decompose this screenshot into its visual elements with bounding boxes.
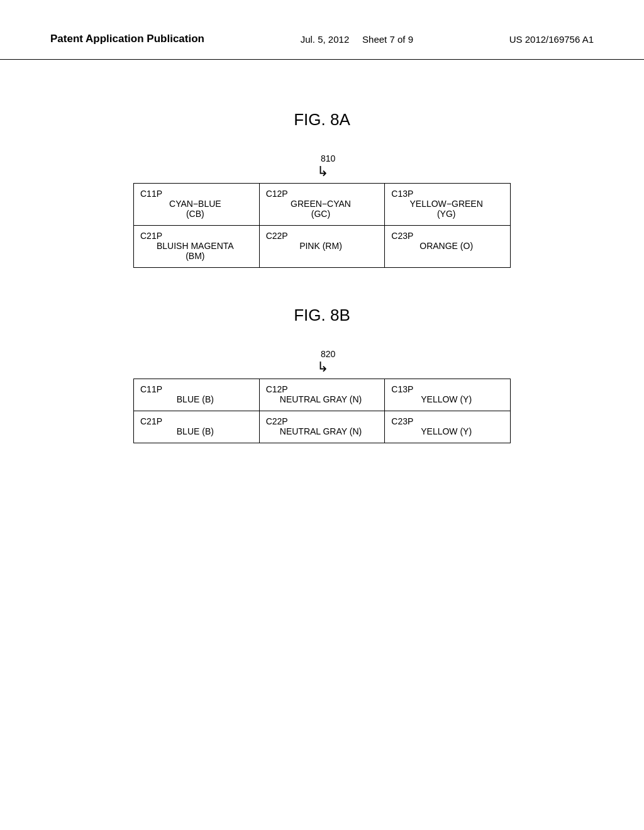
header-publication-label: Patent Application Publication bbox=[50, 31, 204, 47]
table-row: C11P BLUE (B) C12P NEUTRAL GRAY (N) C13P… bbox=[134, 379, 511, 411]
header-sheet: Sheet 7 of 9 bbox=[362, 34, 413, 45]
header-date-sheet: Jul. 5, 2012 Sheet 7 of 9 bbox=[301, 31, 413, 45]
fig8a-cell-c12p: C12P GREEN−CYAN(GC) bbox=[259, 183, 385, 225]
fig8b-cell-c13p: C13P YELLOW (Y) bbox=[385, 379, 511, 411]
table-row: C21P BLUE (B) C22P NEUTRAL GRAY (N) C23P… bbox=[134, 411, 511, 443]
fig8b-title: FIG. 8B bbox=[63, 306, 581, 325]
fig8a-section: FIG. 8A 810 ↳ C11P CYAN−BLUE(CB) bbox=[63, 110, 581, 268]
content-area: FIG. 8A 810 ↳ C11P CYAN−BLUE(CB) bbox=[0, 60, 644, 506]
fig8a-cell-c22p: C22P PINK (RM) bbox=[259, 225, 385, 267]
page: Patent Application Publication Jul. 5, 2… bbox=[0, 0, 644, 830]
header: Patent Application Publication Jul. 5, 2… bbox=[0, 0, 644, 60]
fig8b-table-wrapper: C11P BLUE (B) C12P NEUTRAL GRAY (N) C13P… bbox=[63, 379, 581, 443]
fig8b-ref-pointer: 820 ↳ bbox=[63, 344, 581, 375]
fig8a-table: C11P CYAN−BLUE(CB) C12P GREEN−CYAN(GC) C… bbox=[133, 183, 511, 268]
header-patent-number: US 2012/169756 A1 bbox=[509, 31, 594, 45]
fig8b-table: C11P BLUE (B) C12P NEUTRAL GRAY (N) C13P… bbox=[133, 379, 511, 443]
header-date: Jul. 5, 2012 bbox=[301, 34, 350, 45]
fig8a-cell-c23p: C23P ORANGE (O) bbox=[385, 225, 511, 267]
fig8b-cell-c23p: C23P YELLOW (Y) bbox=[385, 411, 511, 443]
fig8b-ref-label: 820 ↳ bbox=[316, 349, 328, 375]
fig8a-cell-c21p: C21P BLUISH MAGENTA(BM) bbox=[134, 225, 260, 267]
fig8b-arrow-icon: ↳ bbox=[316, 359, 328, 375]
fig8b-cell-c21p: C21P BLUE (B) bbox=[134, 411, 260, 443]
table-row: C11P CYAN−BLUE(CB) C12P GREEN−CYAN(GC) C… bbox=[134, 183, 511, 225]
fig8a-title: FIG. 8A bbox=[63, 110, 581, 130]
fig8a-cell-c11p: C11P CYAN−BLUE(CB) bbox=[134, 183, 260, 225]
fig8b-section: FIG. 8B 820 ↳ C11P BLUE (B) bbox=[63, 306, 581, 443]
fig8a-table-wrapper: C11P CYAN−BLUE(CB) C12P GREEN−CYAN(GC) C… bbox=[63, 183, 581, 268]
table-row: C21P BLUISH MAGENTA(BM) C22P PINK (RM) C… bbox=[134, 225, 511, 267]
fig8a-ref-pointer: 810 ↳ bbox=[63, 148, 581, 180]
fig8b-cell-c12p: C12P NEUTRAL GRAY (N) bbox=[259, 379, 385, 411]
fig8a-ref-label: 810 ↳ bbox=[316, 153, 328, 180]
fig8b-cell-c22p: C22P NEUTRAL GRAY (N) bbox=[259, 411, 385, 443]
fig8a-arrow-icon: ↳ bbox=[316, 163, 328, 180]
fig8a-cell-c13p: C13P YELLOW−GREEN(YG) bbox=[385, 183, 511, 225]
fig8b-cell-c11p: C11P BLUE (B) bbox=[134, 379, 260, 411]
